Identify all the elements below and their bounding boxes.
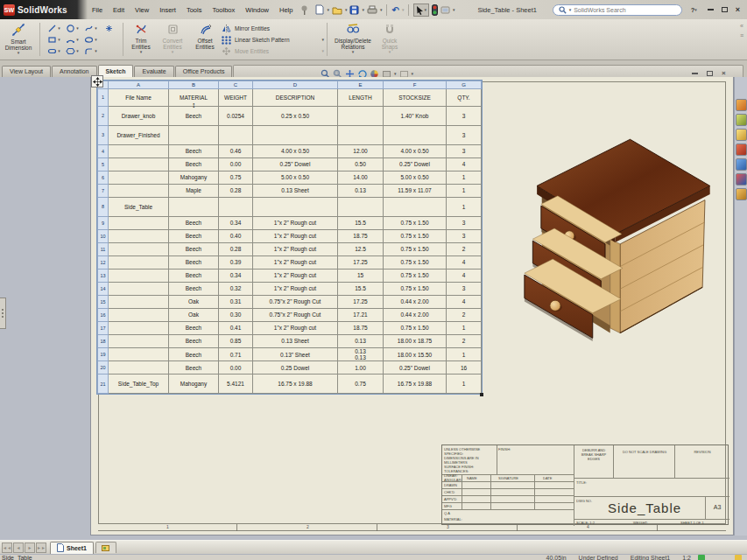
bom-row-number[interactable]: 14 [98,283,109,296]
bom-cell[interactable]: Beech [169,361,219,374]
bom-cell[interactable]: 11.59 x 11.07 [384,185,447,198]
bom-cell[interactable]: 0.71 [219,348,253,361]
bom-column-letter[interactable]: D [253,81,338,89]
doc-close-button[interactable]: × [722,69,726,77]
bom-cell[interactable]: 3 [447,217,482,230]
bom-row-number[interactable]: 9 [98,217,109,230]
bom-cell[interactable]: 4 [447,270,482,283]
smart-dimension-button[interactable]: Smart Dimension ▾ [0,19,37,60]
bom-cell[interactable]: STOCKSIZE [384,89,447,107]
bom-cell[interactable]: 1.00 [338,361,384,374]
first-sheet-button[interactable]: ◄◄ [2,542,12,553]
restore-button[interactable] [722,7,728,12]
bom-cell[interactable]: 0.00 [219,158,253,172]
bom-cell[interactable]: 0.13 [338,185,384,198]
bom-cell[interactable]: 1"x 2" Rough cut [253,322,338,335]
bom-cell[interactable]: 2 [447,309,482,322]
drawing-sheet[interactable]: 1234 ABCDEFG1File NameMATERIALWEIGHTDESC… [90,77,734,536]
bom-row-number[interactable]: 18 [98,335,109,348]
bom-cell[interactable]: 4.00 x 0.50 [384,145,447,158]
taskpane-expand-icon[interactable]: « [740,23,743,29]
bom-cell[interactable] [109,309,169,322]
menu-item[interactable]: Insert [155,4,180,16]
bom-cell[interactable] [109,243,169,256]
bom-cell[interactable]: 0.13 Sheet [253,185,338,198]
status-alert-icon[interactable] [735,555,742,560]
bom-cell[interactable]: 0.46 [219,145,253,158]
sketch-slot-icon[interactable]: ▾ [45,46,63,57]
sketch-spline-icon[interactable]: ▾ [81,23,100,34]
close-button[interactable]: × [736,5,740,14]
bom-cell[interactable]: Beech [169,158,219,172]
bom-cell[interactable] [109,348,169,361]
bom-cell[interactable]: 12.00 [338,145,384,158]
bom-row-number[interactable]: 4 [98,145,109,158]
file-explorer-icon[interactable] [736,129,747,141]
sketch-circle-icon[interactable]: ▾ [63,23,81,34]
bom-cell[interactable] [109,361,169,374]
bom-cell[interactable]: 0.75 [219,172,253,185]
bom-cell[interactable]: 3 [447,145,482,158]
bom-cell[interactable]: 0.32 [219,283,253,296]
bom-cell[interactable]: 0.25" Dowel [253,158,338,172]
bom-cell[interactable]: 0.75 x 1.50 [384,256,447,270]
bom-cell[interactable]: 1 [447,322,482,335]
bom-cell[interactable]: 15.5 [338,283,384,296]
bom-row-number[interactable]: 10 [98,230,109,243]
bom-cell[interactable] [109,217,169,230]
minimize-button[interactable] [708,9,714,10]
print-icon[interactable] [367,5,377,15]
custom-properties-icon[interactable] [736,188,747,200]
bom-cell[interactable]: Beech [169,243,219,256]
bom-cell[interactable]: Beech [169,348,219,361]
bom-cell[interactable]: 0.25 x 0.50 [253,107,338,126]
sketch-point-icon[interactable] [100,23,118,34]
quick-snaps-button[interactable]: Quick Snaps ▾ [376,19,404,60]
bom-cell[interactable]: 0.75 x 1.50 [384,217,447,230]
bom-cell[interactable]: 3 [447,283,482,296]
save-icon[interactable] [349,5,359,15]
offset-entities-button[interactable]: Offset Entities [189,19,221,60]
bom-cell[interactable] [253,126,338,145]
menu-item[interactable]: Window [241,4,273,16]
bom-cell[interactable]: 0.34 [219,270,253,283]
prev-sheet-button[interactable]: ◄ [13,542,24,553]
bom-cell[interactable] [219,126,253,145]
convert-entities-button[interactable]: Convert Entities ▾ [156,19,189,60]
bom-cell[interactable]: 0.25" Dowel [384,361,447,374]
bom-column-letter[interactable]: G [447,81,482,89]
bom-cell[interactable]: 5.00 x 0.50 [384,172,447,185]
menu-item[interactable]: Tools [182,4,207,16]
bom-cell[interactable]: Beech [169,256,219,270]
bom-cell[interactable]: 0.85 [219,335,253,348]
bom-cell[interactable]: 3 [447,126,482,145]
bom-column-letter[interactable]: F [384,81,447,89]
bom-cell[interactable]: 0.13 Sheet [253,335,338,348]
bom-cell[interactable] [219,198,253,217]
bom-cell[interactable]: 0.13" Sheet [253,348,338,361]
bom-cell[interactable]: 0.34 [219,217,253,230]
bom-cell[interactable] [109,172,169,185]
bom-cell[interactable]: 1 [447,185,482,198]
bom-cell[interactable]: 0.75 x 1.50 [384,230,447,243]
sketch-rectangle-icon[interactable]: ▾ [45,34,63,46]
bom-row-number[interactable]: 5 [98,158,109,172]
bom-cell[interactable]: 1"x 2" Rough cut [253,256,338,270]
bom-cell[interactable] [109,335,169,348]
bom-cell[interactable]: 0.39 [219,256,253,270]
bom-cell[interactable]: 2 [447,243,482,256]
bom-cell[interactable] [109,296,169,309]
bom-row-number[interactable]: 19 [98,348,109,361]
bom-row-number[interactable]: 21 [98,374,109,394]
bom-cell[interactable] [109,270,169,283]
bom-cell[interactable]: 0.13 0.13 [338,348,384,361]
new-document-icon[interactable] [315,4,324,15]
bom-cell[interactable]: 2 [447,335,482,348]
bom-cell[interactable]: 1 [447,348,482,361]
bom-cell[interactable]: Mahogany [169,374,219,394]
bom-cell[interactable]: 15 [338,270,384,283]
drawings-palette-icon[interactable] [736,158,747,171]
panel-splitter-handle[interactable] [0,298,6,329]
bom-cell[interactable] [338,126,384,145]
side-table-drawing-view[interactable] [522,138,722,348]
